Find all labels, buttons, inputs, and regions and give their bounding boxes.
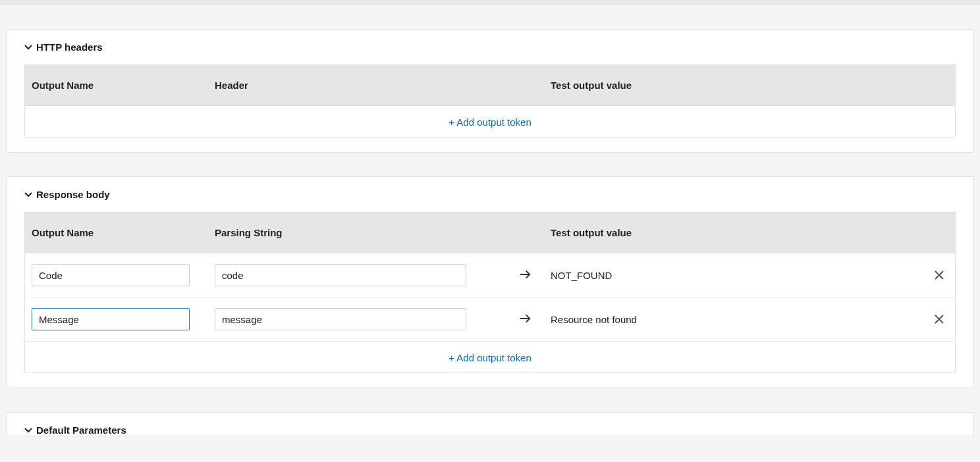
column-output-name: Output Name bbox=[25, 65, 208, 105]
http-headers-thead: Output Name Header Test output value bbox=[25, 65, 955, 106]
chevron-down-icon bbox=[24, 43, 32, 51]
column-parsing-string: Parsing String bbox=[208, 213, 511, 253]
remove-row-button[interactable] bbox=[930, 309, 948, 329]
column-action-spacer bbox=[923, 213, 955, 253]
add-output-token-link[interactable]: + Add output token bbox=[449, 116, 531, 128]
response-body-thead: Output Name Parsing String Test output v… bbox=[25, 213, 955, 253]
column-test-output-value: Test output value bbox=[544, 65, 955, 105]
http-headers-add-row: + Add output token bbox=[25, 106, 955, 137]
default-parameters-toggle[interactable]: Default Parameters bbox=[24, 424, 956, 436]
output-name-input[interactable] bbox=[32, 264, 190, 286]
output-name-input[interactable] bbox=[32, 308, 190, 330]
response-body-title: Response body bbox=[36, 189, 110, 200]
add-output-token-link[interactable]: + Add output token bbox=[449, 352, 531, 363]
response-body-panel: Response body Output Name Parsing String… bbox=[7, 176, 973, 388]
chevron-down-icon bbox=[24, 426, 32, 434]
http-headers-title: HTTP headers bbox=[36, 41, 103, 53]
parsing-string-input[interactable] bbox=[215, 264, 466, 286]
column-output-name: Output Name bbox=[25, 213, 208, 253]
table-row: Resource not found bbox=[25, 297, 955, 342]
column-arrow-spacer bbox=[511, 213, 544, 253]
response-body-toggle[interactable]: Response body bbox=[24, 189, 956, 200]
response-body-add-row: + Add output token bbox=[25, 342, 955, 372]
parsing-string-input[interactable] bbox=[215, 308, 466, 330]
test-output-value: Resource not found bbox=[551, 314, 637, 325]
test-output-value: NOT_FOUND bbox=[551, 270, 612, 281]
table-row: NOT_FOUND bbox=[25, 253, 955, 297]
http-headers-panel: HTTP headers Output Name Header Test out… bbox=[7, 29, 973, 153]
default-parameters-panel: Default Parameters bbox=[7, 412, 973, 436]
http-headers-table: Output Name Header Test output value + A… bbox=[24, 64, 956, 138]
default-parameters-title: Default Parameters bbox=[36, 424, 126, 436]
arrow-right-icon bbox=[518, 311, 532, 328]
remove-row-button[interactable] bbox=[930, 265, 948, 285]
chevron-down-icon bbox=[24, 191, 32, 199]
column-arrow-spacer bbox=[511, 65, 544, 105]
response-body-table: Output Name Parsing String Test output v… bbox=[24, 212, 956, 373]
column-test-output-value: Test output value bbox=[544, 213, 923, 253]
http-headers-toggle[interactable]: HTTP headers bbox=[24, 41, 956, 53]
arrow-right-icon bbox=[518, 267, 532, 284]
top-bar bbox=[0, 0, 980, 5]
column-header: Header bbox=[208, 65, 511, 105]
